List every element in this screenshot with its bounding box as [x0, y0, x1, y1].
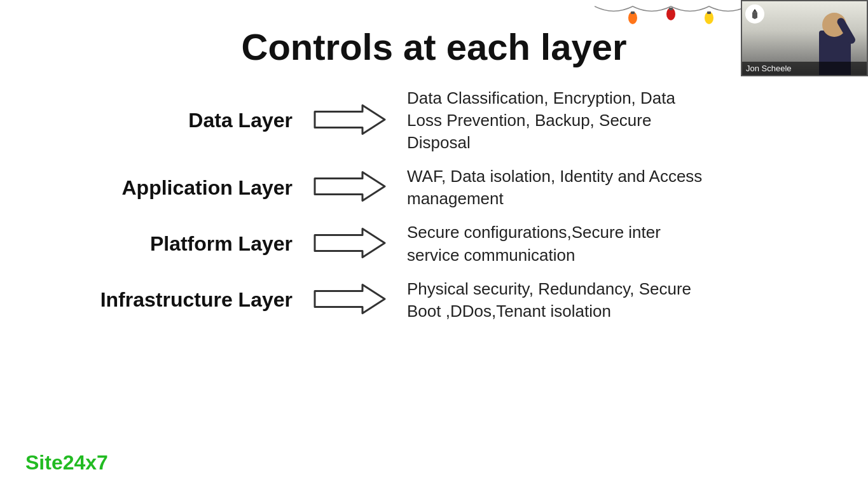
application-layer-row: Application Layer WAF, Data isolation, I…: [76, 165, 830, 210]
svg-rect-4: [669, 8, 673, 10]
platform-layer-row: Platform Layer Secure configurations,Sec…: [76, 221, 830, 266]
brand-logo: Site24x7: [25, 451, 108, 475]
video-overlay: Jon Scheele: [741, 0, 868, 76]
platform-layer-label: Platform Layer: [76, 232, 293, 256]
application-layer-label: Application Layer: [76, 176, 293, 200]
application-layer-desc: WAF, Data isolation, Identity and Access…: [407, 165, 712, 210]
infrastructure-layer-label: Infrastructure Layer: [76, 288, 293, 312]
data-layer-desc: Data Classification, Encryption, Data Lo…: [407, 87, 712, 154]
svg-marker-6: [315, 105, 385, 134]
brand-rest-text: 24x7: [63, 451, 108, 474]
brand-site-text: Site: [25, 451, 63, 474]
data-layer-row: Data Layer Data Classification, Encrypti…: [76, 87, 830, 154]
svg-rect-5: [707, 11, 711, 14]
svg-marker-7: [315, 172, 385, 201]
slide-container: Controls at each layer: [0, 0, 868, 486]
infrastructure-layer-arrow: [312, 280, 388, 321]
presenter-name: Jon Scheele: [746, 64, 792, 73]
infrastructure-layer-desc: Physical security, Redundancy, Secure Bo…: [407, 278, 712, 323]
platform-layer-arrow: [312, 224, 388, 265]
decorative-lights: [595, 0, 754, 38]
data-layer-label: Data Layer: [76, 109, 293, 132]
platform-layer-desc: Secure configurations,Secure inter servi…: [407, 221, 712, 266]
layers-container: Data Layer Data Classification, Encrypti…: [76, 87, 830, 323]
svg-marker-9: [315, 284, 385, 313]
video-inner: Jon Scheele: [742, 1, 867, 75]
infrastructure-layer-row: Infrastructure Layer Physical security, …: [76, 278, 830, 323]
data-layer-arrow: [312, 101, 388, 141]
application-layer-arrow: [312, 167, 388, 208]
video-name-bar: Jon Scheele: [742, 62, 867, 75]
svg-rect-3: [631, 11, 635, 14]
svg-marker-8: [315, 228, 385, 257]
